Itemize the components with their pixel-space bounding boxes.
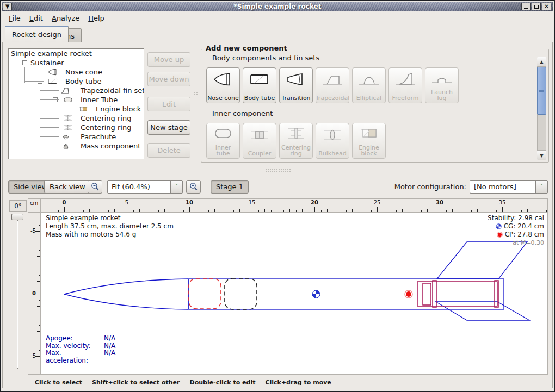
tree-item-parachute[interactable]: Parachute — [9, 132, 144, 141]
tree-item-nose-cone[interactable]: Nose cone — [9, 67, 144, 77]
back-view-button[interactable]: Back view — [44, 180, 91, 194]
tree-item-engine-block[interactable]: Engine block — [9, 104, 144, 114]
v-ruler-label: 0 — [32, 290, 36, 296]
cg-value: CG: 20.4 cm — [504, 222, 544, 231]
add-elliptical-button[interactable]: Elliptical — [352, 67, 386, 103]
h-ruler-label: 35 — [499, 200, 506, 206]
palette-scrollbar[interactable]: ▲ ▼ — [537, 57, 546, 160]
component-tree[interactable]: Simple example rocket−SustainerNose cone… — [8, 48, 144, 159]
h-ruler-label: 15 — [249, 200, 256, 206]
flight-data-summary: Apogee:N/AMax. velocity:N/AMax. accelera… — [46, 335, 115, 364]
tree-item-label: Sustainer — [30, 58, 64, 67]
tree-connector-line — [40, 85, 40, 148]
tree-item-sustainer[interactable]: −Sustainer — [9, 58, 144, 67]
engine-block-icon — [75, 105, 91, 113]
fin-set-icon — [60, 86, 72, 95]
add-body-tube-button[interactable]: Body tube — [243, 67, 276, 103]
palette-group-label: Inner component — [212, 109, 273, 117]
zoom-level-combo[interactable]: Fit (60.4%) ˅ — [107, 180, 183, 194]
vertical-splitter-handle[interactable] — [194, 92, 199, 96]
engine-block-icon — [353, 125, 385, 141]
tree-item-body-tube[interactable]: −Body tube — [9, 77, 144, 86]
add-nose-cone-button[interactable]: Nose cone — [206, 67, 240, 103]
mass-component-icon — [60, 142, 72, 150]
add-trapezoidal-button[interactable]: Trapezoidal — [316, 67, 349, 103]
flight-data-label: Max. velocity: — [46, 343, 104, 350]
add-coupler-button[interactable]: Coupler — [243, 123, 276, 159]
tab-rocket-design[interactable]: Rocket design — [5, 26, 69, 42]
menu-edit[interactable]: Edit — [25, 13, 47, 24]
launch-lug-icon — [425, 70, 458, 86]
scroll-up-button[interactable]: ▲ — [537, 57, 546, 66]
new-stage-button[interactable]: New stage — [147, 120, 190, 135]
bulkhead-icon — [316, 127, 349, 143]
stage-toggle-button[interactable]: Stage 1 — [211, 180, 249, 194]
tree-item-label: Trapezoidal fin set — [81, 86, 144, 95]
close-button[interactable]: ✕ — [542, 3, 551, 10]
flight-data-value: N/A — [104, 343, 115, 350]
palette-button-label: Elliptical — [356, 95, 381, 101]
menu-analyze[interactable]: Analyze — [47, 13, 84, 24]
rotation-slider-handle[interactable] — [11, 214, 23, 220]
edit-button[interactable]: Edit — [147, 97, 190, 111]
h-ruler-label: 20 — [311, 200, 318, 206]
add-inner-tube-button[interactable]: Innertube — [206, 123, 240, 159]
palette-button-label: Freeform — [392, 95, 419, 101]
zoom-in-icon — [189, 182, 199, 192]
flight-data-row: Max. velocity:N/A — [46, 343, 115, 350]
minimize-button[interactable] — [521, 3, 531, 10]
horizontal-splitter-handle[interactable] — [266, 169, 292, 173]
flight-data-row: Apogee:N/A — [46, 335, 115, 342]
add-freeform-button[interactable]: Freeform — [388, 67, 422, 103]
palette-button-label: Engineblock — [359, 145, 379, 157]
maximize-button[interactable] — [532, 3, 541, 10]
add-launch-lug-button[interactable]: Launchlug — [425, 67, 459, 103]
inner-tube-icon — [60, 96, 76, 104]
mach-condition: at M=0.30 — [513, 239, 544, 247]
tree-item-centering-ring[interactable]: Centering ring — [9, 123, 144, 132]
scrollbar-thumb[interactable] — [537, 67, 546, 115]
rotation-slider-track[interactable] — [17, 220, 18, 369]
rocket-canvas[interactable]: Simple example rocketLength 37.5 cm, max… — [41, 213, 548, 375]
add-centering-ring-button[interactable]: Centeringring — [279, 123, 313, 159]
scroll-down-button[interactable]: ▼ — [537, 151, 546, 160]
status-hint: Click to select — [35, 379, 82, 386]
delete-button[interactable]: Delete — [147, 143, 190, 158]
horizontal-ruler: 05101520253035 — [41, 198, 548, 213]
add-engine-block-button[interactable]: Engineblock — [352, 123, 386, 159]
tree-connector-line — [55, 104, 55, 111]
menu-help[interactable]: Help — [84, 13, 109, 24]
move-down-button[interactable]: Move down — [147, 72, 190, 86]
move-up-button[interactable]: Move up — [147, 52, 190, 67]
zoom-out-button[interactable] — [88, 180, 102, 194]
add-transition-button[interactable]: Transition — [279, 67, 313, 103]
status-hint: Double-click to edit — [190, 379, 256, 386]
tree-item-centering-ring[interactable]: Centering ring — [9, 114, 144, 123]
body-tube-icon — [243, 71, 276, 88]
rotation-angle-box: 0° — [9, 200, 27, 212]
window-controls: ✕ — [521, 3, 552, 10]
tree-expander-icon[interactable]: − — [22, 60, 27, 65]
nose-cone-icon — [45, 68, 61, 76]
flight-data-row: Max. acceleration:N/A — [46, 350, 115, 364]
title-bar[interactable]: ▼ *Simple example rocket ✕ — [2, 2, 553, 11]
window-menu-icon[interactable]: ▼ — [3, 3, 12, 10]
add-bulkhead-button[interactable]: Bulkhead — [316, 123, 349, 159]
motor-configuration-combo[interactable]: [No motors] ˅ — [470, 180, 548, 194]
tree-item-mass-component[interactable]: Mass component — [9, 141, 144, 151]
body-tube-icon — [45, 77, 61, 85]
tree-item-simple-example-rocket[interactable]: Simple example rocket — [9, 49, 144, 58]
tree-item-trapezoidal-fin-set[interactable]: Trapezoidal fin set — [9, 86, 144, 95]
window-title: *Simple example rocket — [2, 3, 553, 10]
tree-item-label: Centering ring — [81, 123, 131, 132]
zoom-in-button[interactable] — [186, 180, 201, 194]
stability-info: Stability: 2.98 cal CG: 20.4 cm CP: 27.8… — [488, 214, 544, 247]
tree-item-inner-tube[interactable]: −Inner Tube — [9, 95, 144, 104]
centering-ring-icon — [60, 123, 76, 132]
cg-icon — [496, 223, 502, 229]
coupler-icon — [243, 127, 276, 143]
menu-file[interactable]: File — [4, 13, 25, 24]
cp-marker — [405, 290, 412, 298]
tree-item-label: Centering ring — [81, 114, 131, 123]
transition-icon — [280, 71, 312, 88]
